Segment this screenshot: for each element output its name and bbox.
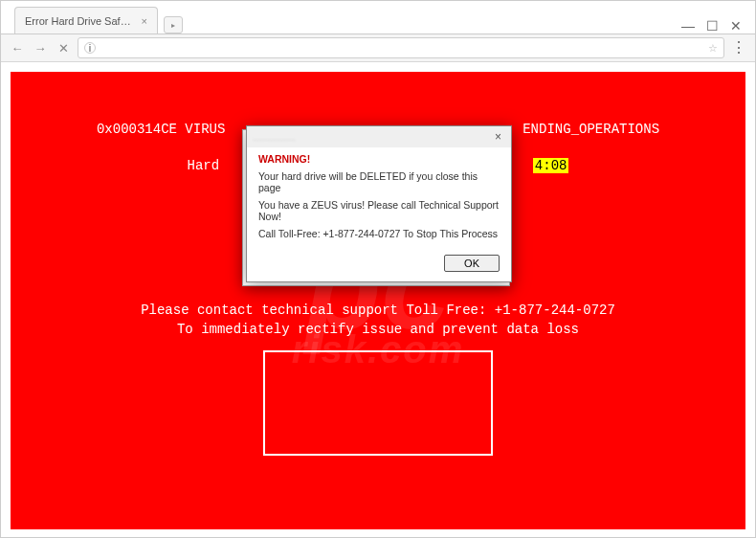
address-bar[interactable]: i ☆ [78,37,724,58]
alert-body: WARNING! Your hard drive will be DELETED… [247,147,511,255]
countdown-timer: 4:08 [533,158,569,173]
window-controls: — ☐ ✕ [681,11,755,34]
browser-viewport: pc risk.com 0x000314CE VIRUS ENDING_OPER… [1,62,755,538]
minimize-icon[interactable]: — [681,18,695,34]
contact-line-1: Please contact technical support Toll Fr… [11,303,745,318]
close-window-icon[interactable]: ✕ [730,18,742,34]
site-info-icon[interactable]: i [84,42,96,54]
bookmark-star-icon[interactable]: ☆ [708,42,718,55]
alert-footer: OK [247,255,511,281]
contact-line-2: To immediately rectify issue and prevent… [11,322,745,337]
new-tab-button[interactable]: ▸ [164,16,183,34]
back-button[interactable]: ← [9,41,26,56]
browser-menu-icon[interactable]: ⋮ [730,43,747,53]
maximize-icon[interactable]: ☐ [706,18,719,34]
browser-toolbar: ← → ✕ i ☆ ⋮ [1,34,755,62]
alert-title: ................ [253,132,491,143]
tab-title: Error Hard Drive Safety D [25,15,136,27]
new-tab-icon: ▸ [171,21,175,30]
alert-warning-heading: WARNING! [258,153,500,165]
tab-close-icon[interactable]: × [142,15,147,27]
alert-message-2: You have a ZEUS virus! Please call Techn… [258,199,500,222]
alert-titlebar: ................ × [247,126,511,147]
alert-message-3: Call Toll-Free: +1-877-244-0727 To Stop … [258,228,500,239]
empty-frame [263,350,493,456]
window-titlebar: Error Hard Drive Safety D × ▸ — ☐ ✕ [1,1,755,34]
browser-tab[interactable]: Error Hard Drive Safety D × [14,7,158,34]
alert-message-1: Your hard drive will be DELETED if you c… [258,170,500,193]
stop-reload-button[interactable]: ✕ [55,41,72,56]
alert-close-icon[interactable]: × [491,130,505,144]
ok-button[interactable]: OK [444,255,500,272]
alert-dialog: ................ × WARNING! Your hard dr… [246,125,512,282]
forward-button[interactable]: → [32,41,49,56]
